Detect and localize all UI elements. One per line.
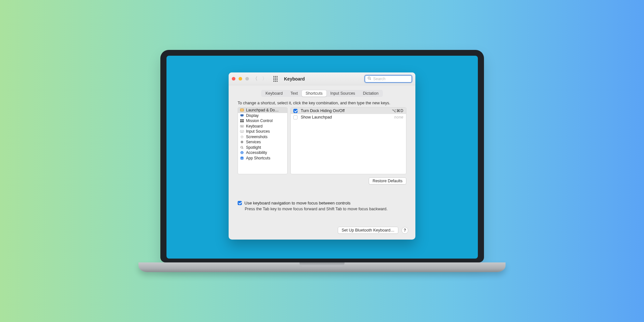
svg-line-27 xyxy=(242,148,243,148)
keyboard-nav-hint: Press the Tab key to move focus forward … xyxy=(229,206,415,211)
tab-input-sources[interactable]: Input Sources xyxy=(327,90,359,97)
svg-rect-11 xyxy=(240,119,242,121)
shortcut-label: Show Launchpad xyxy=(301,115,332,119)
category-label: Screenshots xyxy=(246,135,268,139)
svg-point-23 xyxy=(242,137,242,137)
instruction-text: To change a shortcut, select it, click t… xyxy=(229,100,415,107)
laptop-base xyxy=(138,262,506,272)
back-button[interactable]: 〈 xyxy=(252,76,258,82)
category-launchpad-dock[interactable]: Launchpad & Do… xyxy=(238,108,287,113)
tab-keyboard[interactable]: Keyboard xyxy=(261,90,287,97)
svg-point-6 xyxy=(241,110,242,111)
category-app-shortcuts[interactable]: A App Shortcuts xyxy=(238,156,287,161)
category-label: Display xyxy=(246,113,259,118)
window-titlebar: 〈 〉 Keyboard xyxy=(229,72,415,85)
category-spotlight[interactable]: Spotlight xyxy=(238,145,287,150)
svg-line-1 xyxy=(370,79,371,80)
category-keyboard[interactable]: Keyboard xyxy=(238,124,287,129)
svg-rect-21 xyxy=(241,132,243,132)
svg-rect-17 xyxy=(242,126,242,126)
svg-point-3 xyxy=(241,109,242,110)
category-mission-control[interactable]: Mission Control xyxy=(238,118,287,124)
svg-point-25 xyxy=(242,142,242,143)
category-label: Keyboard xyxy=(246,124,262,128)
svg-text:A: A xyxy=(241,157,243,159)
laptop-notch xyxy=(307,50,337,55)
close-traffic-light[interactable] xyxy=(232,77,235,80)
category-label: App Shortcuts xyxy=(246,156,270,160)
tab-shortcuts[interactable]: Shortcuts xyxy=(302,90,327,97)
category-label: Spotlight xyxy=(246,145,261,150)
keyboard-icon xyxy=(240,124,244,128)
screenshots-icon xyxy=(240,135,244,139)
shortcut-key[interactable]: ⌥⌘D xyxy=(392,109,403,113)
tab-text[interactable]: Text xyxy=(287,90,302,97)
category-label: Input Sources xyxy=(246,129,270,134)
category-services[interactable]: Services xyxy=(238,139,287,145)
laptop-lid: 〈 〉 Keyboard Key xyxy=(160,50,484,262)
keyboard-nav-label: Use keyboard navigation to move focus be… xyxy=(244,201,351,205)
svg-point-5 xyxy=(242,109,243,110)
shortcut-checkbox[interactable] xyxy=(293,109,298,113)
category-display[interactable]: Display xyxy=(238,113,287,118)
launchpad-icon xyxy=(240,108,244,112)
shortcut-row-dock-hiding[interactable]: Turn Dock Hiding On/Off ⌥⌘D xyxy=(291,108,406,114)
shortcut-row-show-launchpad[interactable]: Show Launchpad none xyxy=(291,114,406,120)
accessibility-icon xyxy=(240,151,244,155)
show-all-icon[interactable] xyxy=(273,76,278,82)
services-icon xyxy=(240,140,244,144)
svg-rect-14 xyxy=(242,121,244,122)
window-title: Keyboard xyxy=(284,76,305,81)
shortcut-key[interactable]: none xyxy=(394,115,403,119)
svg-rect-12 xyxy=(242,119,244,121)
svg-point-26 xyxy=(241,146,242,148)
svg-rect-16 xyxy=(241,126,241,126)
svg-rect-19 xyxy=(241,127,243,127)
search-icon xyxy=(367,76,371,81)
search-input[interactable] xyxy=(373,77,409,81)
category-label: Services xyxy=(246,140,261,144)
display-icon xyxy=(240,113,244,118)
svg-rect-10 xyxy=(242,116,242,117)
search-field-wrap[interactable] xyxy=(365,75,412,83)
laptop-mock: 〈 〉 Keyboard Key xyxy=(160,50,484,272)
app-shortcuts-icon: A xyxy=(240,156,244,160)
input-sources-icon xyxy=(240,129,244,134)
svg-point-8 xyxy=(242,110,243,111)
shortcut-label: Turn Dock Hiding On/Off xyxy=(301,109,345,113)
svg-rect-20 xyxy=(240,130,244,132)
keyboard-preferences-window: 〈 〉 Keyboard Key xyxy=(229,72,415,240)
shortcut-checkbox[interactable] xyxy=(293,115,298,119)
svg-point-29 xyxy=(242,152,242,152)
spotlight-icon xyxy=(240,145,244,149)
restore-defaults-button[interactable]: Restore Defaults xyxy=(369,177,406,185)
category-list[interactable]: Launchpad & Do… Display Mission Control xyxy=(238,107,288,174)
desktop: 〈 〉 Keyboard Key xyxy=(166,56,478,259)
tab-bar: Keyboard Text Shortcuts Input Sources Di… xyxy=(229,85,415,100)
help-button[interactable]: ? xyxy=(402,227,408,234)
tab-dictation[interactable]: Dictation xyxy=(359,90,383,97)
svg-rect-15 xyxy=(240,125,244,127)
category-input-sources[interactable]: Input Sources xyxy=(238,129,287,134)
category-label: Launchpad & Do… xyxy=(246,108,279,112)
category-screenshots[interactable]: Screenshots xyxy=(238,134,287,140)
svg-point-4 xyxy=(242,109,242,110)
keyboard-nav-checkbox[interactable] xyxy=(238,201,242,205)
svg-point-7 xyxy=(242,110,242,111)
shortcut-list[interactable]: Turn Dock Hiding On/Off ⌥⌘D Show Launchp… xyxy=(290,107,406,174)
zoom-traffic-light[interactable] xyxy=(245,77,249,80)
forward-button[interactable]: 〉 xyxy=(261,76,268,82)
category-label: Mission Control xyxy=(246,118,273,123)
svg-rect-13 xyxy=(240,121,242,122)
svg-rect-9 xyxy=(240,114,243,116)
minimize-traffic-light[interactable] xyxy=(239,77,242,80)
category-accessibility[interactable]: Accessibility xyxy=(238,150,287,156)
setup-bluetooth-keyboard-button[interactable]: Set Up Bluetooth Keyboard… xyxy=(338,227,398,234)
svg-rect-18 xyxy=(242,126,243,126)
mission-control-icon xyxy=(240,119,244,123)
svg-rect-2 xyxy=(240,109,244,111)
category-label: Accessibility xyxy=(246,150,267,155)
